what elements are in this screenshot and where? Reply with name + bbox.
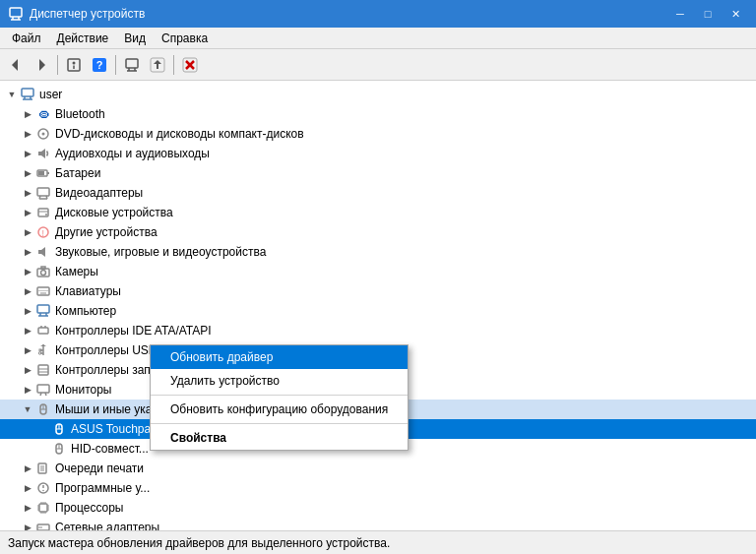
toolbar-sep3: [173, 55, 174, 75]
svg-rect-30: [47, 172, 49, 174]
toolbar-sep1: [57, 55, 58, 75]
menu-action[interactable]: Действие: [49, 30, 117, 47]
tree-label-queue: Очереди печати: [55, 462, 144, 475]
arrow-usb: ▶: [20, 342, 35, 358]
tree-label-camera: Камеры: [55, 265, 98, 278]
svg-text:!: !: [42, 228, 45, 238]
arrow-camera: ▶: [20, 264, 35, 279]
toolbar: ?: [0, 49, 756, 81]
context-menu-update-driver[interactable]: Обновить драйвер: [151, 345, 408, 369]
arrow-monitors: ▶: [20, 382, 35, 398]
svg-rect-31: [38, 171, 44, 175]
arrow-battery: ▶: [20, 165, 35, 181]
icon-mice: [35, 401, 51, 417]
tree-item-sound[interactable]: ▶ Звуковые, игровые и видеоустройства: [0, 242, 756, 262]
tree-item-queue[interactable]: ▶ Очереди печати: [0, 459, 756, 478]
arrow-network: ▶: [20, 520, 35, 530]
icon-sound: [35, 244, 51, 260]
svg-point-86: [42, 490, 44, 492]
scan-button[interactable]: [120, 53, 144, 77]
menu-view[interactable]: Вид: [116, 30, 154, 47]
tree-item-prog[interactable]: ▶ Программные у...: [0, 478, 756, 498]
arrow-storage: ▶: [20, 362, 35, 378]
tree-item-audio[interactable]: ▶ Аудиовходы и аудиовыходы: [0, 144, 756, 163]
svg-line-70: [45, 393, 46, 396]
close-button[interactable]: ✕: [723, 4, 748, 24]
icon-disk: [35, 205, 51, 220]
tree-label-bluetooth: Bluetooth: [55, 107, 105, 121]
tree-label-video: Видеоадаптеры: [55, 186, 143, 200]
arrow-video: ▶: [20, 185, 35, 201]
tree-item-video[interactable]: ▶ Видеоадаптеры: [0, 183, 756, 203]
uninstall-button[interactable]: [178, 53, 202, 77]
tree-item-keyboard[interactable]: ▶ Клавиатуры: [0, 281, 756, 301]
arrow-disk: ▶: [20, 205, 35, 220]
icon-bluetooth: ⭖: [35, 106, 51, 122]
icon-hid: [51, 441, 67, 457]
svg-point-27: [42, 133, 45, 136]
menu-help[interactable]: Справка: [154, 30, 216, 47]
menu-file[interactable]: Файл: [4, 30, 49, 47]
title-bar-controls: ─ □ ✕: [667, 4, 748, 24]
properties-button[interactable]: [62, 53, 86, 77]
tree-item-cpu[interactable]: ▶ Процессоры: [0, 498, 756, 518]
title-bar-icon: [8, 6, 24, 22]
title-bar: Диспетчер устройств ─ □ ✕: [0, 0, 756, 28]
svg-marker-44: [41, 267, 45, 269]
svg-marker-28: [38, 149, 45, 158]
svg-rect-65: [38, 365, 48, 375]
svg-point-7: [73, 61, 76, 64]
tree-item-user[interactable]: ▼ user: [0, 85, 756, 104]
tree-item-ide[interactable]: ▶ Контроллеры IDE ATA/ATAPI: [0, 321, 756, 340]
tree-label-user: user: [39, 88, 62, 101]
main-content: ▼ user ▶ ⭖ Bluetooth ▶ DVD-дисководы и д…: [0, 81, 756, 530]
title-bar-text: Диспетчер устройств: [30, 7, 667, 21]
arrow-asus: [35, 421, 51, 437]
icon-keyboard: [35, 283, 51, 299]
context-menu-properties[interactable]: Свойства: [151, 426, 408, 450]
icon-ide: [35, 323, 51, 339]
maximize-button[interactable]: □: [695, 4, 721, 24]
icon-usb: [35, 342, 51, 358]
tree-item-battery[interactable]: ▶ Батареи: [0, 163, 756, 183]
tree-label-sound: Звуковые, игровые и видеоустройства: [55, 245, 266, 259]
icon-computer: [35, 303, 51, 319]
forward-button[interactable]: [30, 53, 53, 77]
device-tree[interactable]: ▼ user ▶ ⭖ Bluetooth ▶ DVD-дисководы и д…: [0, 81, 756, 530]
icon-video: [35, 185, 51, 201]
arrow-bluetooth: ▶: [20, 106, 35, 122]
update-button[interactable]: [146, 53, 169, 77]
context-menu-scan-hardware[interactable]: Обновить конфигурацию оборудования: [151, 398, 408, 421]
svg-point-43: [41, 271, 46, 276]
icon-other: !: [35, 224, 51, 240]
tree-item-disk[interactable]: ▶ Дисковые устройства: [0, 203, 756, 222]
tree-item-dvd[interactable]: ▶ DVD-дисководы и дисководы компакт-диск…: [0, 124, 756, 144]
tree-label-prog: Программные у...: [55, 481, 150, 495]
arrow-mice: ▼: [20, 401, 35, 417]
tree-label-usb: Контроллеры USB: [55, 343, 157, 357]
context-menu-sep2: [151, 423, 408, 424]
arrow-user: ▼: [4, 87, 20, 102]
back-button[interactable]: [4, 53, 28, 77]
svg-marker-5: [39, 59, 45, 71]
svg-marker-41: [38, 247, 45, 257]
arrow-dvd: ▶: [20, 126, 35, 142]
svg-line-69: [40, 393, 41, 396]
tree-item-other[interactable]: ▶ ! Другие устройства: [0, 222, 756, 242]
tree-item-camera[interactable]: ▶ Камеры: [0, 262, 756, 281]
svg-rect-56: [38, 328, 48, 334]
arrow-other: ▶: [20, 224, 35, 240]
tree-item-computer[interactable]: ▶ Компьютер: [0, 301, 756, 321]
tree-item-bluetooth[interactable]: ▶ ⭖ Bluetooth: [0, 104, 756, 124]
help-button[interactable]: ?: [88, 53, 111, 77]
context-menu-uninstall-device[interactable]: Удалить устройство: [151, 369, 408, 393]
arrow-hid: [35, 441, 51, 457]
tree-item-network[interactable]: ▶ Сетевые адаптеры: [0, 518, 756, 530]
minimize-button[interactable]: ─: [667, 4, 693, 24]
svg-rect-87: [39, 504, 47, 512]
tree-label-audio: Аудиовходы и аудиовыходы: [55, 147, 210, 160]
tree-label-asus: ASUS Touchpad: [71, 422, 158, 436]
arrow-computer: ▶: [20, 303, 35, 319]
icon-network: [35, 520, 51, 530]
svg-rect-32: [37, 188, 49, 196]
